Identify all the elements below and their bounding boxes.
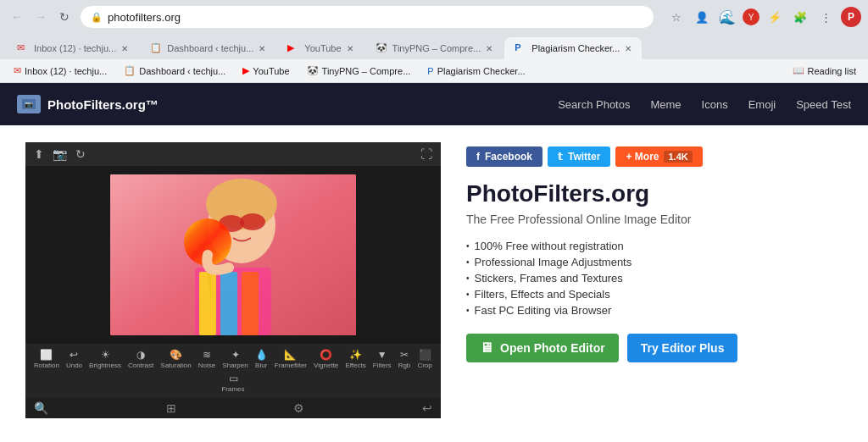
tabs-bar: ✉ Inbox (12) · techju... ✕ 📋 Dashboard ‹… [0, 34, 868, 59]
nav-icons[interactable]: Icons [702, 98, 728, 111]
svg-line-8 [240, 222, 244, 223]
tab-dashboard-close[interactable]: ✕ [259, 44, 265, 53]
saturation-icon: 🎨 [170, 349, 182, 361]
youtube-bookmark-icon: ▶ [242, 65, 249, 76]
browser-icon-2[interactable]: Y [743, 8, 760, 25]
extensions-button[interactable]: 🧩 [790, 7, 810, 27]
tab-plagiarism[interactable]: P Plagiarism Checker... ✕ [504, 37, 642, 59]
address-bar[interactable]: 🔒 photofilters.org [80, 5, 654, 29]
tool-blur[interactable]: 💧 Blur [252, 347, 271, 371]
try-plus-button[interactable]: Try Editor Plus [627, 334, 738, 362]
tool-rgb[interactable]: ✂ Rgb [395, 347, 415, 371]
editor-zoom-out-icon[interactable]: 🔍 [34, 401, 48, 415]
tab-tinypng-close[interactable]: ✕ [486, 44, 492, 53]
editor-grid-icon[interactable]: ⊞ [166, 401, 176, 415]
more-label: + More [626, 151, 659, 163]
reading-list-label: Reading list [808, 66, 856, 76]
tinypng-bookmark-icon: 🐼 [307, 65, 319, 76]
tab-plagiarism-close[interactable]: ✕ [625, 44, 632, 53]
tool-filters[interactable]: ▼ Filters [370, 347, 395, 371]
social-buttons: f Facebook 𝕥 Twitter + More 1.4K [466, 146, 843, 167]
toolbar-right: ☆ 👤 🌊 Y ⚡ 🧩 ⋮ P [666, 7, 861, 27]
menu-icon[interactable]: ⋮ [815, 7, 836, 27]
feature-2-text: Professional Image Adjustments [475, 256, 632, 268]
editor-refresh-icon[interactable]: ↻ [75, 147, 86, 161]
twitter-button[interactable]: 𝕥 Twitter [548, 146, 610, 167]
tool-frames[interactable]: ▭ Frames [218, 371, 248, 395]
tool-saturation[interactable]: 🎨 Saturation [157, 347, 194, 371]
tool-effects[interactable]: ✨ Effects [342, 347, 369, 371]
undo-icon: ↩ [70, 349, 78, 361]
bullet-2: • [466, 257, 470, 267]
nav-emoji[interactable]: Emoji [748, 98, 776, 111]
tool-sharpen[interactable]: ✦ Sharpen [219, 347, 251, 371]
editor-undo2-icon[interactable]: ↩ [422, 401, 432, 415]
tab-youtube[interactable]: ▶ YouTube ✕ [277, 37, 363, 59]
bullet-5: • [466, 306, 470, 315]
feature-3: • Stickers, Frames and Textures [466, 270, 843, 286]
user-accounts-icon[interactable]: 👤 [692, 7, 712, 27]
tab-dashboard[interactable]: 📋 Dashboard ‹ techju... ✕ [140, 37, 275, 59]
nav-speed-test[interactable]: Speed Test [796, 98, 851, 111]
editor-upload-icon[interactable]: ⬆ [34, 147, 44, 161]
bookmark-gmail-label: Inbox (12) · techju... [25, 66, 107, 76]
reading-list-button[interactable]: 📖 Reading list [787, 64, 861, 78]
tool-filters-label: Filters [373, 362, 392, 369]
tool-brightness[interactable]: ☀ Brightness [86, 347, 125, 371]
bookmarks-icon[interactable]: ☆ [666, 7, 687, 27]
edge-icon[interactable]: 🌊 [717, 7, 737, 27]
back-button[interactable]: ← [7, 7, 27, 27]
facebook-button[interactable]: f Facebook [466, 146, 542, 167]
tool-crop[interactable]: ⬛ Crop [414, 347, 435, 371]
tool-contrast[interactable]: ◑ Contrast [125, 347, 157, 371]
bookmark-dashboard[interactable]: 📋 Dashboard ‹ techju... [117, 64, 232, 78]
tool-noise[interactable]: ≋ Noise [195, 347, 219, 371]
feature-2: • Professional Image Adjustments [466, 254, 843, 270]
tab-gmail[interactable]: ✉ Inbox (12) · techju... ✕ [7, 37, 138, 59]
editor-canvas [25, 166, 441, 344]
browser-icon-3[interactable]: ⚡ [765, 7, 785, 27]
editor-image [110, 174, 356, 335]
tab-plagiarism-label: Plagiarism Checker... [531, 43, 620, 53]
editor-camera-icon[interactable]: 📷 [53, 147, 67, 161]
tab-tinypng[interactable]: 🐼 TinyPNG – Compre... ✕ [365, 37, 504, 59]
editor-panel: ⬆ 📷 ↻ ⛶ [25, 142, 441, 418]
editor-fullscreen-icon[interactable]: ⛶ [420, 147, 432, 161]
bookmark-dashboard-label: Dashboard ‹ techju... [139, 66, 225, 76]
editor-settings-icon[interactable]: ⚙ [293, 401, 304, 415]
right-panel: f Facebook 𝕥 Twitter + More 1.4K PhotoFi… [466, 142, 843, 418]
feature-5-text: Fast PC Editing via Browser [475, 304, 612, 317]
forward-button[interactable]: → [31, 7, 51, 27]
refresh-button[interactable]: ↻ [54, 7, 75, 27]
bookmark-youtube[interactable]: ▶ YouTube [236, 64, 296, 78]
url-text: photofilters.org [108, 11, 181, 24]
site-header: 📷 PhotoFilters.org™ Search Photos Meme I… [0, 83, 868, 125]
twitter-icon: 𝕥 [558, 151, 563, 163]
bullet-3: • [466, 273, 470, 283]
nav-meme[interactable]: Meme [650, 98, 681, 111]
feature-4: • Filters, Effects and Specials [466, 286, 843, 302]
tool-framefilter[interactable]: 📐 Framefilter [271, 347, 310, 371]
editor-cta-icon: 🖥 [480, 340, 493, 356]
plagiarism-bookmark-icon: P [427, 66, 433, 76]
tab-youtube-close[interactable]: ✕ [347, 44, 353, 53]
try-plus-label: Try Editor Plus [641, 341, 725, 355]
tool-undo[interactable]: ↩ Undo [63, 347, 86, 371]
tool-crop-label: Crop [417, 362, 431, 369]
bookmark-bar: ✉ Inbox (12) · techju... 📋 Dashboard ‹ t… [0, 59, 868, 83]
more-button[interactable]: + More 1.4K [615, 146, 702, 167]
open-editor-button[interactable]: 🖥 Open Photo Editor [466, 334, 619, 362]
tab-gmail-close[interactable]: ✕ [121, 44, 128, 53]
bookmark-gmail[interactable]: ✉ Inbox (12) · techju... [7, 64, 114, 78]
features-list: • 100% Free without registration • Profe… [466, 238, 843, 318]
feature-1: • 100% Free without registration [466, 238, 843, 254]
tool-effects-label: Effects [345, 362, 365, 369]
profile-button[interactable]: P [841, 7, 861, 27]
browser-toolbar: ← → ↻ 🔒 photofilters.org ☆ 👤 🌊 Y ⚡ 🧩 ⋮ P [0, 0, 868, 34]
site-nav: Search Photos Meme Icons Emoji Speed Tes… [558, 98, 851, 111]
nav-search-photos[interactable]: Search Photos [558, 98, 630, 111]
bookmark-tinypng[interactable]: 🐼 TinyPNG – Compre... [300, 64, 418, 78]
bookmark-plagiarism[interactable]: P Plagiarism Checker... [420, 64, 531, 78]
tool-rotation[interactable]: ⬜ Rotation [31, 347, 63, 371]
tool-vignette[interactable]: ⭕ Vignette [310, 347, 342, 371]
